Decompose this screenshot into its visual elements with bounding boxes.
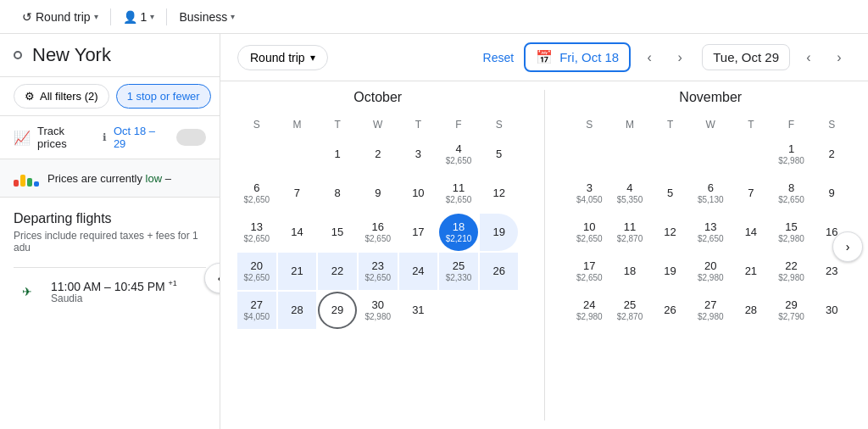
calendar-day[interactable]: 3$4,050 — [570, 175, 609, 212]
nav-arrow-right[interactable]: › — [832, 231, 863, 262]
calendar-day[interactable]: 7 — [732, 175, 771, 212]
calendar-day[interactable]: 27$4,050 — [237, 292, 276, 329]
flight-time: 11:00 AM – 10:45 PM +1 — [51, 279, 177, 293]
depart-prev-button[interactable]: ‹ — [637, 46, 661, 70]
passenger-chevron: ▾ — [150, 12, 154, 21]
calendar-day[interactable]: 6$5,130 — [691, 175, 730, 212]
calendar-day[interactable]: 3 — [399, 136, 438, 173]
calendar-day[interactable]: 10 — [399, 175, 438, 212]
calendar-day[interactable]: 16$2,650 — [359, 214, 398, 251]
calendar-day[interactable]: 20$2,650 — [237, 253, 276, 290]
main-layout: New York ⚙ All filters (2) 1 stop or few… — [0, 34, 868, 429]
calendar-day[interactable]: 14 — [278, 214, 317, 251]
calendar-day[interactable]: 17 — [399, 214, 438, 251]
day-number: 7 — [294, 187, 300, 200]
return-date-input[interactable]: Tue, Oct 29 — [702, 44, 790, 70]
calendar-day[interactable]: 12 — [480, 175, 519, 212]
calendar-day[interactable]: 5 — [480, 136, 519, 173]
day-price: $2,210 — [446, 234, 472, 244]
calendar-day[interactable]: 25$2,330 — [439, 253, 478, 290]
stop-filter-label: 1 stop or fewer — [127, 90, 200, 103]
calendar-day[interactable]: 15 — [318, 214, 357, 251]
calendar-day[interactable]: 8$2,650 — [772, 175, 811, 212]
calendar-day[interactable]: 6$2,650 — [237, 175, 276, 212]
calendar-day[interactable]: 19 — [480, 214, 519, 251]
calendar-day[interactable]: 9 — [812, 175, 851, 212]
calendar-day[interactable]: 18$2,210 — [439, 214, 478, 251]
calendar-day[interactable]: 22 — [318, 253, 357, 290]
day-number: 5 — [667, 187, 673, 200]
trip-type-selector[interactable]: ↺ Round trip ▾ — [14, 7, 107, 27]
calendar-day[interactable]: 2 — [812, 136, 851, 173]
calendar-day[interactable]: 1 — [318, 136, 357, 173]
calendar-day[interactable]: 30 — [812, 292, 851, 329]
passenger-selector[interactable]: 👤 1 ▾ — [114, 7, 164, 27]
calendar-trip-type[interactable]: Round trip ▾ — [237, 45, 328, 70]
calendar-panel: Round trip ▾ Reset 📅 Fri, Oct 18 ‹ › Tue… — [220, 34, 868, 429]
calendar-day[interactable]: 29 — [318, 292, 357, 329]
calendar-day[interactable]: 18 — [610, 253, 649, 290]
day-number: 19 — [664, 265, 676, 278]
calendar-day[interactable]: 29$2,790 — [772, 292, 811, 329]
calendar-day[interactable]: 11$2,870 — [610, 214, 649, 251]
calendar-trip-chevron: ▾ — [310, 52, 315, 64]
calendar-day[interactable]: 4$2,650 — [439, 136, 478, 173]
calendar-day[interactable]: 15$2,980 — [772, 214, 811, 251]
calendar-day[interactable]: 12 — [651, 214, 690, 251]
calendar-day[interactable]: 8 — [318, 175, 357, 212]
calendar-day[interactable]: 17$2,650 — [570, 253, 609, 290]
day-number: 17 — [583, 259, 595, 273]
calendar-day[interactable]: 28 — [732, 292, 771, 329]
reset-button[interactable]: Reset — [483, 51, 515, 64]
calendar-day[interactable]: 5 — [651, 175, 690, 212]
day-number: 15 — [785, 220, 797, 234]
calendar-day[interactable]: 14 — [732, 214, 771, 251]
calendar-day[interactable]: 9 — [359, 175, 398, 212]
day-of-week: T — [732, 115, 771, 134]
calendar-day[interactable]: 1$2,980 — [772, 136, 811, 173]
calendar-day[interactable]: 24$2,980 — [570, 292, 609, 329]
day-number: 28 — [291, 304, 303, 317]
calendar-day[interactable]: 24 — [399, 253, 438, 290]
october-calendar: October SMTWTFS1234$2,65056$2,6507891011… — [220, 90, 536, 421]
calendar-day — [691, 136, 730, 173]
calendar-day[interactable]: 30$2,980 — [359, 292, 398, 329]
calendar-day[interactable]: 26 — [651, 292, 690, 329]
track-toggle[interactable] — [176, 129, 206, 146]
return-prev-button[interactable]: ‹ — [797, 46, 821, 70]
calendar-day[interactable]: 21 — [278, 253, 317, 290]
calendar-day[interactable]: 26 — [480, 253, 519, 290]
calendar-day[interactable]: 11$2,650 — [439, 175, 478, 212]
calendar-day[interactable]: 10$2,650 — [570, 214, 609, 251]
search-origin[interactable]: New York — [0, 34, 220, 77]
passenger-count: 1 — [141, 10, 147, 24]
calendar-day[interactable]: 21 — [732, 253, 771, 290]
return-next-button[interactable]: › — [827, 46, 851, 70]
calendar-day[interactable]: 22$2,980 — [772, 253, 811, 290]
calendar-day[interactable]: 13$2,650 — [237, 214, 276, 251]
calendar-day[interactable]: 25$2,870 — [610, 292, 649, 329]
all-filters-button[interactable]: ⚙ All filters (2) — [14, 84, 109, 109]
calendar-day[interactable]: 19 — [651, 253, 690, 290]
day-number: 7 — [748, 187, 754, 200]
calendar-day[interactable]: 13$2,650 — [691, 214, 730, 251]
calendar-day[interactable]: 20$2,980 — [691, 253, 730, 290]
calendar-day[interactable]: 4$5,350 — [610, 175, 649, 212]
departing-title: Departing flights — [14, 211, 206, 226]
depart-next-button[interactable]: › — [668, 46, 692, 70]
calendar-day[interactable]: 31 — [399, 292, 438, 329]
day-of-week: M — [278, 115, 317, 134]
calendar-day[interactable]: 28 — [278, 292, 317, 329]
calendar-day[interactable]: 27$2,980 — [691, 292, 730, 329]
calendar-day[interactable]: 23$2,650 — [359, 253, 398, 290]
class-selector[interactable]: Business ▾ — [170, 7, 243, 27]
flight-item[interactable]: ✈ 11:00 AM – 10:45 PM +1 Saudia — [14, 267, 206, 315]
day-number: 6 — [708, 181, 714, 195]
depart-date-input[interactable]: 📅 Fri, Oct 18 — [524, 42, 631, 72]
calendar-day[interactable]: 7 — [278, 175, 317, 212]
stop-filter-button[interactable]: 1 stop or fewer — [116, 84, 211, 109]
day-number: 18 — [624, 265, 636, 278]
flight-details: 11:00 AM – 10:45 PM +1 Saudia — [51, 279, 177, 305]
calendar-day[interactable]: 2 — [359, 136, 398, 173]
day-number: 12 — [492, 187, 504, 200]
